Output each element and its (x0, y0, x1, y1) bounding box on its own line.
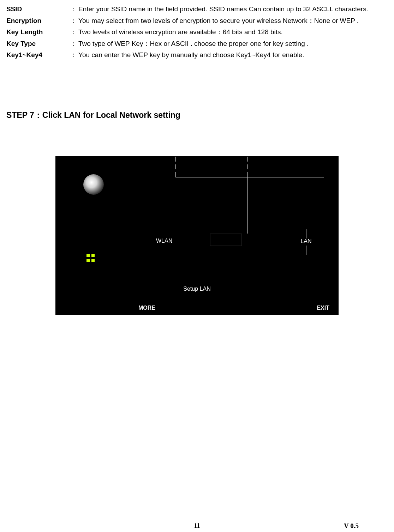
page-number: 11 (194, 522, 200, 530)
step-heading: STEP 7：Click LAN for Local Network setti… (6, 110, 388, 121)
term: SSID (6, 4, 70, 14)
dots-indicator-icon (86, 254, 95, 262)
lan-node[interactable]: LAN (274, 229, 338, 261)
term: Key Length (6, 27, 70, 37)
definition-text: Two type of WEP Key：Hex or ASCII . choos… (78, 39, 388, 49)
term: Key Type (6, 39, 70, 49)
definition-row: Key1~Key4 ： You can enter the WEP key by… (6, 50, 388, 60)
diagram-wrapper: WLAN LAN Setup LAN MORE EXIT (6, 156, 388, 315)
wlan-label[interactable]: WLAN (156, 238, 172, 244)
lan-setup-screen: WLAN LAN Setup LAN MORE EXIT (55, 156, 339, 315)
top-ticks (55, 156, 339, 198)
definition-row: Key Type ： Two type of WEP Key：Hex or AS… (6, 39, 388, 49)
definition-text: You may select from two levels of encryp… (78, 16, 388, 26)
definition-row: Key Length ： Two levels of wireless encr… (6, 27, 388, 37)
lan-label: LAN (274, 238, 338, 244)
definition-row: SSID ： Enter your SSID name in the field… (6, 4, 388, 14)
definition-row: Encryption ： You may select from two lev… (6, 16, 388, 26)
definition-text: You can enter the WEP key by manually an… (78, 50, 388, 60)
exit-button[interactable]: EXIT (317, 305, 329, 311)
setup-lan-label: Setup LAN (55, 286, 339, 292)
term: Encryption (6, 16, 70, 26)
definitions-list: SSID ： Enter your SSID name in the field… (6, 4, 388, 60)
term: Key1~Key4 (6, 50, 70, 60)
more-button[interactable]: MORE (138, 305, 155, 311)
center-box (210, 234, 242, 246)
definition-text: Enter your SSID name in the field provid… (78, 4, 388, 14)
definition-text: Two levels of wireless encryption are av… (78, 27, 388, 37)
version-label: V 0.5 (344, 522, 359, 530)
